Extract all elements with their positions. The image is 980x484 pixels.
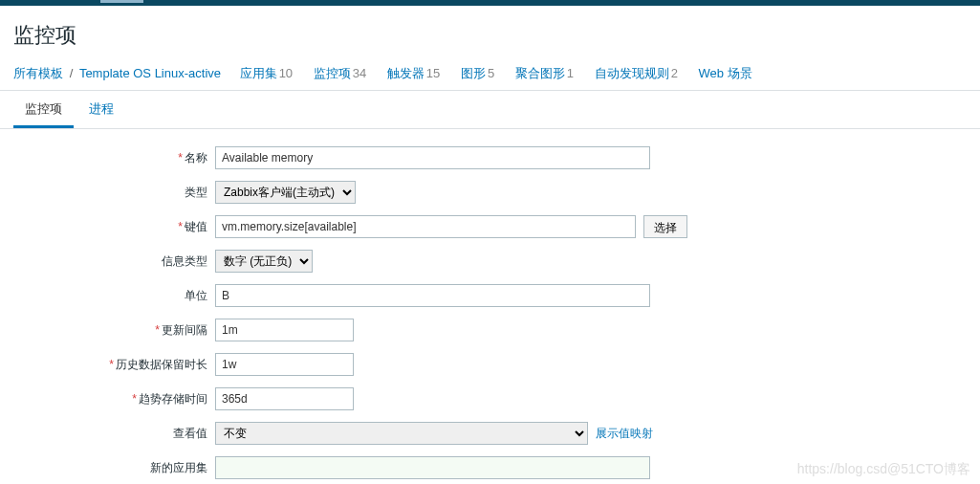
nav-items-count: 34 [353, 66, 366, 80]
select-info-type[interactable]: 数字 (无正负) [215, 250, 313, 273]
page-header: 监控项 [0, 6, 980, 59]
nav-graphs[interactable]: 图形 [461, 66, 486, 80]
nav-apps-count: 10 [279, 66, 293, 80]
label-key: 键值 [185, 220, 207, 233]
label-history: 历史数据保留时长 [116, 358, 207, 371]
link-template-name[interactable]: Template OS Linux-active [79, 66, 221, 80]
nav-web[interactable]: Web 场景 [698, 66, 751, 80]
label-unit: 单位 [185, 289, 207, 302]
nav-discovery-count: 2 [671, 66, 678, 80]
tabs: 监控项 进程 [0, 93, 980, 129]
breadcrumb-separator: / [70, 66, 74, 80]
top-accent-bar [0, 0, 980, 6]
input-trends[interactable] [215, 387, 354, 410]
breadcrumb-nav: 所有模板 / Template OS Linux-active 应用集10 监控… [0, 59, 980, 91]
input-key[interactable] [215, 215, 636, 238]
nav-screens-count: 1 [567, 66, 574, 80]
link-value-mapping[interactable]: 展示值映射 [596, 426, 653, 442]
nav-items[interactable]: 监控项 [314, 66, 351, 80]
nav-triggers[interactable]: 触发器 [387, 66, 425, 80]
select-type[interactable]: Zabbix客户端(主动式) [215, 181, 356, 204]
input-name[interactable] [215, 146, 650, 169]
input-interval[interactable] [215, 319, 354, 341]
link-all-templates[interactable]: 所有模板 [13, 66, 63, 80]
form: *名称 类型 Zabbix客户端(主动式) *键值 选择 信息类型 数字 (无正… [0, 129, 980, 484]
label-trends: 趋势存储时间 [139, 392, 207, 406]
label-new-app: 新的应用集 [150, 461, 207, 474]
page-title: 监控项 [13, 21, 967, 50]
nav-apps[interactable]: 应用集 [240, 66, 277, 80]
label-name: 名称 [185, 151, 207, 165]
input-new-app[interactable] [215, 456, 650, 479]
nav-graphs-count: 5 [488, 66, 494, 80]
label-interval: 更新间隔 [162, 323, 207, 337]
input-history[interactable] [215, 353, 354, 376]
label-show-value: 查看值 [173, 427, 207, 440]
button-select-key[interactable]: 选择 [643, 215, 687, 238]
label-type: 类型 [185, 186, 207, 199]
nav-screens[interactable]: 聚合图形 [515, 66, 565, 80]
nav-discovery[interactable]: 自动发现规则 [595, 66, 669, 80]
select-show-value[interactable]: 不变 [215, 422, 588, 445]
input-unit[interactable] [215, 284, 650, 307]
nav-triggers-count: 15 [426, 66, 440, 80]
tab-process[interactable]: 进程 [77, 93, 125, 128]
tab-item[interactable]: 监控项 [13, 93, 74, 128]
label-info-type: 信息类型 [162, 254, 207, 268]
